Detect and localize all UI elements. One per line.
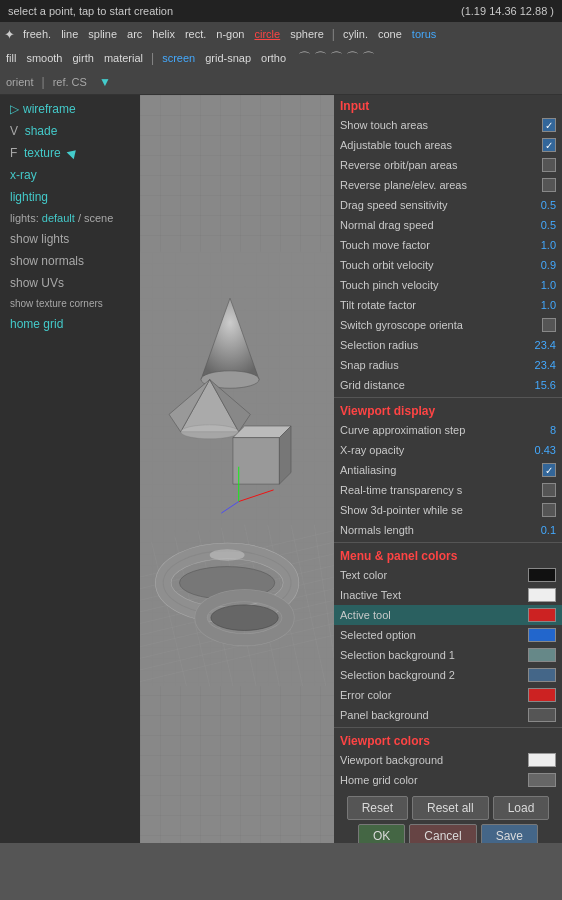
value-normal-drag: 0.5 (526, 219, 556, 231)
load-button[interactable]: Load (493, 796, 550, 820)
checkbox-adjustable-touch[interactable]: ✓ (542, 138, 556, 152)
sidebar-item-wireframe[interactable]: ▷ wireframe (0, 99, 140, 119)
checkbox-realtime-transparency[interactable] (542, 483, 556, 497)
row-normal-drag[interactable]: Normal drag speed 0.5 (334, 215, 562, 235)
tool-freeh[interactable]: freeh. (21, 27, 53, 41)
row-inactive-text[interactable]: Inactive Text (334, 585, 562, 605)
label-drag-speed: Drag speed sensitivity (340, 199, 526, 211)
tool-rect[interactable]: rect. (183, 27, 208, 41)
sidebar-item-home-grid[interactable]: home grid (0, 314, 140, 334)
row-grid-distance[interactable]: Grid distance 15.6 (334, 375, 562, 395)
curve-icon-2[interactable]: ⌒ (314, 49, 327, 67)
tool-fill[interactable]: fill (4, 51, 18, 65)
checkbox-reverse-orbit[interactable] (542, 158, 556, 172)
swatch-home-grid-color[interactable] (528, 773, 556, 787)
label-adjustable-touch: Adjustable touch areas (340, 139, 542, 151)
tool-ortho[interactable]: ortho (259, 51, 288, 65)
row-gyroscope[interactable]: Switch gyroscope orienta (334, 315, 562, 335)
row-curve-approx[interactable]: Curve approximation step 8 (334, 420, 562, 440)
row-touch-move[interactable]: Touch move factor 1.0 (334, 235, 562, 255)
swatch-viewport-bg[interactable] (528, 753, 556, 767)
tool-helix[interactable]: helix (150, 27, 177, 41)
cancel-button[interactable]: Cancel (409, 824, 476, 843)
sidebar-item-lighting[interactable]: lighting (0, 187, 140, 207)
viewport[interactable] (140, 95, 334, 843)
row-snap-radius[interactable]: Snap radius 23.4 (334, 355, 562, 375)
tool-sphere[interactable]: sphere (288, 27, 326, 41)
row-show-3d-pointer[interactable]: Show 3d-pointer while se (334, 500, 562, 520)
tool-smooth[interactable]: smooth (24, 51, 64, 65)
row-active-tool[interactable]: Active tool (334, 605, 562, 625)
row-normals-length[interactable]: Normals length 0.1 (334, 520, 562, 540)
tool-spline[interactable]: spline (86, 27, 119, 41)
tool-material[interactable]: material (102, 51, 145, 65)
tool-arc[interactable]: arc (125, 27, 144, 41)
swatch-error-color[interactable] (528, 688, 556, 702)
row-error-color[interactable]: Error color (334, 685, 562, 705)
sidebar-item-show-lights[interactable]: show lights (0, 229, 140, 249)
tool-ngon[interactable]: n-gon (214, 27, 246, 41)
tool-orient[interactable]: orient (4, 75, 36, 89)
tool-circle[interactable]: circle (252, 27, 282, 41)
ok-button[interactable]: OK (358, 824, 405, 843)
swatch-text-color[interactable] (528, 568, 556, 582)
label-text-color: Text color (340, 569, 528, 581)
reset-button[interactable]: Reset (347, 796, 408, 820)
curve-icon-1[interactable]: ⌒ (298, 49, 311, 67)
sidebar-item-texture[interactable]: F texture (0, 143, 140, 163)
sidebar-item-shade[interactable]: V shade (0, 121, 140, 141)
row-selected-option[interactable]: Selected option (334, 625, 562, 645)
tool-cone[interactable]: cone (376, 27, 404, 41)
checkbox-show-touch-areas[interactable]: ✓ (542, 118, 556, 132)
row-viewport-bg[interactable]: Viewport background (334, 750, 562, 770)
tool-refcs[interactable]: ref. CS (51, 75, 89, 89)
row-selection-radius[interactable]: Selection radius 23.4 (334, 335, 562, 355)
swatch-active-tool[interactable] (528, 608, 556, 622)
tool-screen[interactable]: screen (160, 51, 197, 65)
sidebar-item-texture-corners[interactable]: show texture corners (0, 295, 140, 312)
sidebar-item-lights-label: lights: default / scene (0, 209, 140, 227)
label-show-touch-areas: Show touch areas (340, 119, 542, 131)
label-touch-orbit: Touch orbit velocity (340, 259, 526, 271)
tool-girth[interactable]: girth (70, 51, 95, 65)
row-touch-pinch[interactable]: Touch pinch velocity 1.0 (334, 275, 562, 295)
chevron-icon[interactable]: ▼ (99, 75, 111, 89)
swatch-selection-bg2[interactable] (528, 668, 556, 682)
curve-icon-3[interactable]: ⌒ (330, 49, 343, 67)
row-touch-orbit[interactable]: Touch orbit velocity 0.9 (334, 255, 562, 275)
checkbox-antialiasing[interactable]: ✓ (542, 463, 556, 477)
curve-icon-4[interactable]: ⌒ (346, 49, 359, 67)
row-antialiasing[interactable]: Antialiasing ✓ (334, 460, 562, 480)
row-show-touch-areas[interactable]: Show touch areas ✓ (334, 115, 562, 135)
swatch-selected-option[interactable] (528, 628, 556, 642)
row-realtime-transparency[interactable]: Real-time transparency s (334, 480, 562, 500)
checkbox-show-3d-pointer[interactable] (542, 503, 556, 517)
row-drag-speed[interactable]: Drag speed sensitivity 0.5 (334, 195, 562, 215)
sidebar-item-show-normals[interactable]: show normals (0, 251, 140, 271)
checkbox-reverse-plane[interactable] (542, 178, 556, 192)
row-text-color[interactable]: Text color (334, 565, 562, 585)
sidebar-item-xray[interactable]: x-ray (0, 165, 140, 185)
swatch-selection-bg1[interactable] (528, 648, 556, 662)
reset-all-button[interactable]: Reset all (412, 796, 489, 820)
row-panel-bg[interactable]: Panel background (334, 705, 562, 725)
row-reverse-plane[interactable]: Reverse plane/elev. areas (334, 175, 562, 195)
row-xray-opacity[interactable]: X-ray opacity 0.43 (334, 440, 562, 460)
tool-line[interactable]: line (59, 27, 80, 41)
swatch-inactive-text[interactable] (528, 588, 556, 602)
row-home-grid-color[interactable]: Home grid color (334, 770, 562, 790)
tool-gridsnap[interactable]: grid-snap (203, 51, 253, 65)
tool-torus[interactable]: torus (410, 27, 438, 41)
row-selection-bg2[interactable]: Selection background 2 (334, 665, 562, 685)
sidebar-item-show-uvs[interactable]: show UVs (0, 273, 140, 293)
row-adjustable-touch[interactable]: Adjustable touch areas ✓ (334, 135, 562, 155)
save-button[interactable]: Save (481, 824, 538, 843)
row-selection-bg1[interactable]: Selection background 1 (334, 645, 562, 665)
row-reverse-orbit[interactable]: Reverse orbit/pan areas (334, 155, 562, 175)
cursor-icon[interactable]: ✦ (4, 27, 15, 42)
row-tilt-rotate[interactable]: Tilt rotate factor 1.0 (334, 295, 562, 315)
checkbox-gyroscope[interactable] (542, 318, 556, 332)
swatch-panel-bg[interactable] (528, 708, 556, 722)
curve-icon-5[interactable]: ⌒ (362, 49, 375, 67)
tool-cylin[interactable]: cylin. (341, 27, 370, 41)
